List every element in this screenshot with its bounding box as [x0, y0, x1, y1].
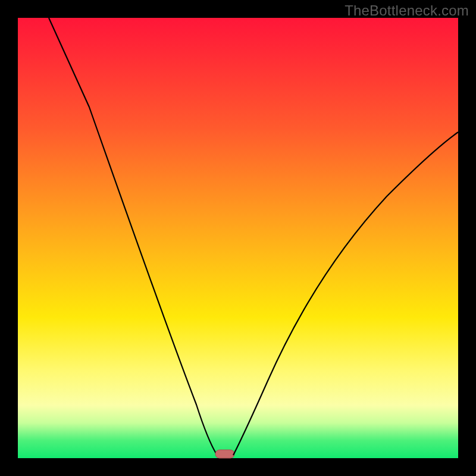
- watermark-text: TheBottleneck.com: [345, 2, 469, 19]
- curve-right-branch: [233, 132, 458, 455]
- curve-left-branch: [49, 18, 217, 455]
- chart-svg: [18, 18, 458, 458]
- chart-frame: TheBottleneck.com: [0, 0, 476, 476]
- plot-area: [18, 18, 458, 458]
- min-marker-pill: [215, 450, 234, 458]
